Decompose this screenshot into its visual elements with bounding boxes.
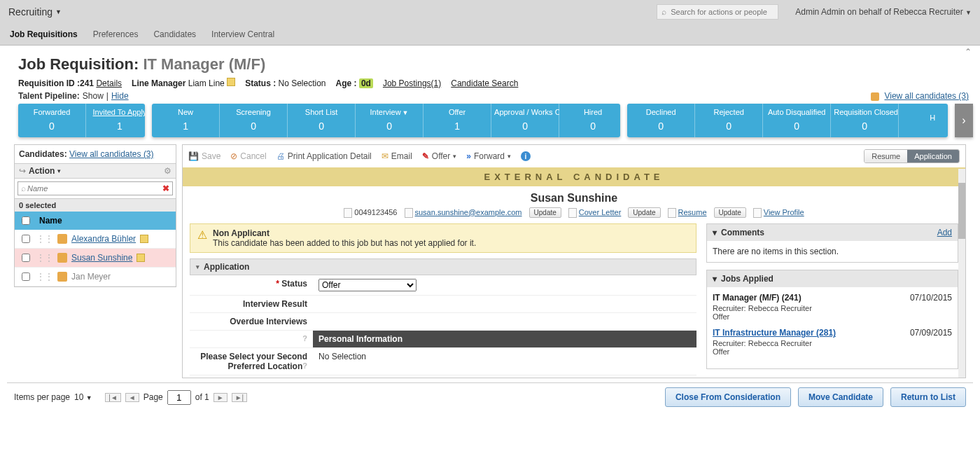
nav-job-requisitions[interactable]: Job Requisitions: [10, 29, 78, 39]
email-button[interactable]: ✉Email: [382, 151, 412, 161]
view-all-candidates-sidebar[interactable]: View all candidates (3): [69, 149, 154, 159]
offer-dropdown[interactable]: ✎Offer▾: [422, 151, 456, 161]
application-tab[interactable]: Application: [907, 150, 959, 163]
module-dropdown[interactable]: Recruiting ▼: [8, 6, 62, 18]
next-page-button[interactable]: ►: [214, 393, 227, 402]
help-icon[interactable]: ?: [302, 361, 307, 370]
talent-pipeline: Forwarded0Invited To Apply1 New1Screenin…: [18, 104, 973, 137]
nav-interview-central[interactable]: Interview Central: [211, 29, 274, 39]
pipeline-hide-link[interactable]: Hide: [111, 91, 129, 101]
prev-page-button[interactable]: ◄: [125, 393, 139, 402]
page-input[interactable]: [167, 390, 191, 405]
pipeline-stage[interactable]: Interview▼0: [356, 104, 424, 137]
pipeline-stage[interactable]: Declined0: [627, 104, 695, 137]
pipeline-stage[interactable]: Offer1: [424, 104, 491, 137]
last-page-button[interactable]: ►|: [232, 393, 248, 402]
gear-icon[interactable]: ⚙: [164, 166, 172, 176]
pipeline-stage[interactable]: New1: [152, 104, 220, 137]
status-select[interactable]: Offer: [318, 279, 416, 291]
caret-down-icon: ▾: [57, 167, 61, 174]
avatar-icon: [57, 272, 67, 282]
caret-down-icon: ▼: [965, 9, 972, 16]
pipeline-stage[interactable]: Short List0: [288, 104, 356, 137]
view-profile-link[interactable]: View Profile: [764, 208, 804, 216]
chevron-down-icon: ▾: [713, 228, 717, 237]
update-resume-button[interactable]: Update: [714, 207, 746, 218]
row-checkbox[interactable]: [22, 272, 30, 281]
candidate-email-link[interactable]: susan.sunshine@example.com: [415, 208, 522, 216]
job-link[interactable]: IT Infrastructure Manager (281): [713, 328, 836, 338]
application-section[interactable]: ▾ Application: [190, 258, 696, 275]
pipeline-toggle: Talent Pipeline: Show | Hide: [18, 91, 129, 101]
action-menu[interactable]: ↪ Action ▾ ⚙: [15, 163, 176, 179]
offer-icon: ✎: [422, 151, 429, 161]
pipeline-stage[interactable]: H: [899, 104, 948, 137]
candidate-search-link[interactable]: Candidate Search: [451, 78, 518, 88]
resume-doc-icon: [668, 208, 676, 218]
chevron-down-icon: ▾: [713, 274, 717, 284]
candidate-link[interactable]: Susan Sunshine: [71, 253, 132, 263]
pipeline-stage[interactable]: Screening0: [220, 104, 288, 137]
top-bar: Recruiting ▼ ⌕ Admin Admin on behalf of …: [0, 0, 980, 24]
list-item[interactable]: ⋮⋮Jan Meyer: [15, 268, 176, 286]
scrollbar[interactable]: [958, 169, 965, 378]
nav-candidates[interactable]: Candidates: [153, 29, 196, 39]
pipeline-stage[interactable]: Invited To Apply1: [86, 104, 145, 137]
cancel-button[interactable]: ⊘Cancel: [230, 151, 266, 161]
details-link[interactable]: Details: [96, 78, 122, 88]
search-icon: ⌕: [662, 7, 666, 17]
save-icon: 💾: [188, 151, 199, 161]
view-all-candidates-link[interactable]: View all candidates (3): [884, 91, 969, 101]
user-menu[interactable]: Admin Admin on behalf of Rebecca Recruit…: [795, 7, 972, 17]
personal-info-header: Personal Information: [313, 331, 696, 347]
pipeline-stage[interactable]: Rejected0: [695, 104, 763, 137]
update-email-button[interactable]: Update: [529, 207, 561, 218]
search-input[interactable]: [669, 7, 774, 17]
candidate-filter[interactable]: ⌕ ✖: [18, 181, 173, 195]
select-all-checkbox[interactable]: [22, 216, 30, 225]
candidate-filter-input[interactable]: [26, 184, 162, 193]
resume-link[interactable]: Resume: [678, 208, 707, 216]
info-icon[interactable]: i: [521, 151, 531, 161]
clear-icon[interactable]: ✖: [162, 184, 169, 193]
pipeline-stage[interactable]: Approval / Works Council0: [491, 104, 559, 137]
resume-tab[interactable]: Resume: [864, 150, 907, 163]
job-postings-link[interactable]: Job Postings(1): [383, 78, 441, 88]
job-link: IT Manager (M/F) (241): [713, 293, 802, 303]
pipeline-stage[interactable]: Requisition Closed0: [831, 104, 899, 137]
nav-preferences[interactable]: Preferences: [93, 29, 139, 39]
phone-doc-icon: [344, 208, 352, 218]
collapse-icon[interactable]: ⌃: [965, 47, 972, 57]
update-cover-button[interactable]: Update: [628, 207, 660, 218]
items-per-page-select[interactable]: 10 ▼: [74, 392, 92, 402]
save-button[interactable]: 💾Save: [188, 151, 220, 161]
person-icon: [871, 92, 879, 101]
pipeline-next-button[interactable]: ›: [955, 104, 973, 137]
list-item[interactable]: ⋮⋮Susan Sunshine: [15, 249, 176, 268]
global-search[interactable]: ⌕: [657, 4, 778, 20]
row-checkbox[interactable]: [22, 235, 30, 243]
move-candidate-button[interactable]: Move Candidate: [798, 387, 883, 407]
candidate-link[interactable]: Alexandra Bühler: [71, 234, 136, 244]
page-title: Job Requisition: IT Manager (M/F): [18, 55, 973, 74]
add-comment-link[interactable]: Add: [937, 228, 952, 237]
avatar-icon: [57, 234, 67, 244]
close-from-consideration-button[interactable]: Close From Consideration: [665, 387, 791, 407]
avatar-icon: [57, 253, 67, 263]
forward-dropdown[interactable]: »Forward▾: [466, 151, 511, 161]
cover-doc-icon: [568, 208, 577, 218]
cover-letter-link[interactable]: Cover Letter: [579, 208, 622, 216]
module-label: Recruiting: [8, 6, 52, 18]
caret-down-icon: ▼: [86, 394, 92, 401]
list-item[interactable]: ⋮⋮Alexandra Bühler: [15, 230, 176, 249]
first-page-button[interactable]: |◄: [105, 393, 121, 402]
print-button[interactable]: 🖨Print Application Detail: [276, 151, 372, 161]
row-checkbox[interactable]: [22, 254, 30, 262]
return-to-list-button[interactable]: Return to List: [890, 387, 966, 407]
pipeline-stage[interactable]: Auto Disqualified0: [763, 104, 831, 137]
help-icon[interactable]: ?: [302, 334, 307, 343]
pipeline-stage[interactable]: Forwarded0: [18, 104, 86, 137]
requisition-meta: Requisition ID :241 Details Line Manager…: [18, 78, 973, 88]
pipeline-stage[interactable]: Hired0: [559, 104, 620, 137]
drag-icon: ⋮⋮: [36, 272, 53, 282]
